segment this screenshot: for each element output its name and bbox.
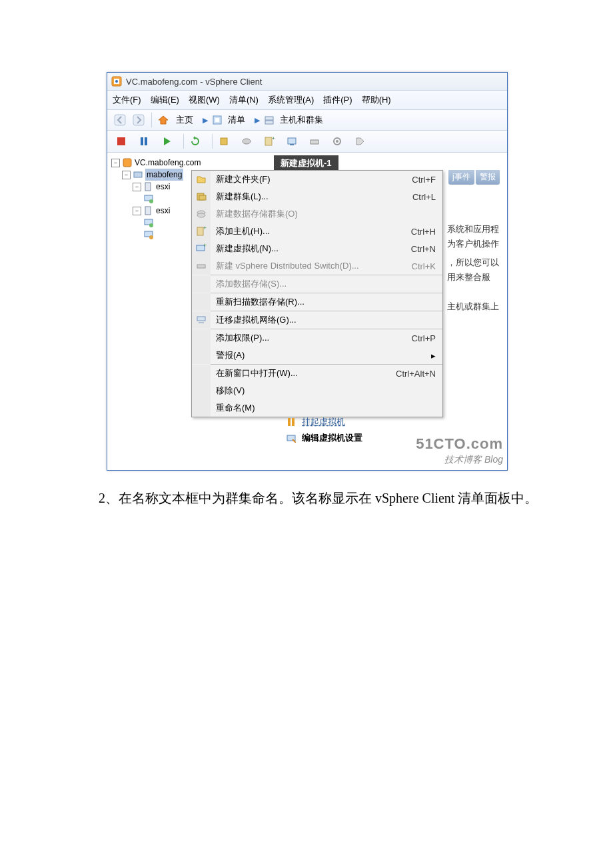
svg-rect-22: [134, 172, 142, 177]
collapse-icon[interactable]: −: [133, 183, 141, 191]
cluster-new-icon: [192, 188, 211, 205]
svg-rect-21: [123, 159, 131, 167]
menu-admin[interactable]: 系统管理(A): [268, 94, 314, 106]
caption-step-2: 2、在名称文本框中为群集命名。该名称显示在 vSphere Client 清单面…: [72, 488, 545, 508]
svg-point-30: [149, 235, 153, 239]
action-suspend-vm[interactable]: 挂起虚拟机: [285, 414, 362, 430]
cm-alarm[interactable]: 警报(A) ▸: [192, 347, 442, 364]
tree-host-2[interactable]: − esxi: [111, 205, 201, 217]
svg-text:+: +: [203, 226, 207, 231]
host-add-icon: +: [192, 223, 211, 240]
menu-view[interactable]: 视图(W): [189, 94, 220, 106]
folder-new-icon: [192, 171, 211, 188]
cm-new-datastore-cluster: 新建数据存储群集(O): [192, 205, 442, 223]
host-icon: [143, 181, 154, 192]
datastore-cluster-icon: [192, 205, 211, 223]
cm-rescan-datastore[interactable]: 重新扫描数据存储(R)...: [192, 293, 442, 311]
tab-vm-name[interactable]: 新建虚拟机-1: [274, 155, 338, 171]
cm-migrate-vmnet[interactable]: 迁移虚拟机网络(G)...: [192, 311, 442, 329]
tree-vm-3[interactable]: [111, 229, 201, 241]
cm-new-folder[interactable]: 新建文件夹(F) Ctrl+F: [192, 171, 442, 188]
svg-rect-9: [117, 137, 125, 145]
svg-rect-41: [288, 418, 291, 426]
refresh-icon[interactable]: [187, 133, 204, 149]
svg-text:+: +: [203, 243, 207, 249]
pause-icon[interactable]: [135, 133, 153, 149]
disk-icon[interactable]: [238, 133, 255, 149]
back-button[interactable]: [111, 112, 129, 128]
svg-rect-3: [115, 115, 125, 125]
menu-plugins[interactable]: 插件(P): [323, 94, 352, 106]
vm-add-icon[interactable]: [283, 133, 301, 149]
network-icon[interactable]: [306, 133, 323, 149]
menu-edit[interactable]: 编辑(E): [151, 94, 179, 106]
vm-icon: [143, 193, 154, 204]
svg-text:+: +: [272, 136, 275, 141]
tree-vm-2[interactable]: [111, 217, 201, 229]
cm-new-vm[interactable]: + 新建虚拟机(N)... Ctrl+N: [192, 240, 442, 257]
tab-events[interactable]: j事件: [448, 170, 474, 185]
vm-new-icon: +: [192, 240, 211, 257]
cm-remove[interactable]: 移除(V): [192, 382, 442, 399]
svg-rect-12: [221, 138, 227, 145]
tab-alarms[interactable]: 警报: [476, 170, 500, 185]
cm-open-new-window[interactable]: 在新窗口中打开(W)... Ctrl+Alt+N: [192, 365, 442, 382]
host-add-icon[interactable]: +: [261, 133, 278, 149]
gear-icon[interactable]: [328, 133, 346, 149]
cm-add-host[interactable]: + 添加主机(H)... Ctrl+H: [192, 223, 442, 240]
right-text-3: ，所以您可以: [447, 255, 507, 270]
vm-actions: 挂起虚拟机 编辑虚拟机设置: [285, 414, 362, 446]
vcenter-icon: [122, 157, 133, 168]
toolbar-breadcrumb: 主页 ▶ 清单 ▶ 主机和群集: [107, 110, 507, 131]
svg-rect-26: [145, 207, 151, 215]
svg-rect-17: [290, 144, 294, 145]
right-text-2: 为客户机操作: [447, 237, 507, 251]
cm-add-datastore: 添加数据存储(S)...: [192, 275, 442, 293]
svg-rect-32: [199, 195, 206, 200]
tree-root[interactable]: − VC.mabofeng.com: [111, 157, 201, 169]
svg-point-25: [149, 199, 153, 203]
collapse-icon[interactable]: −: [111, 159, 120, 167]
stop-icon[interactable]: [113, 133, 130, 149]
host-icon: [143, 205, 154, 216]
play-icon[interactable]: [158, 133, 175, 149]
toolbar-actions: +: [107, 131, 507, 153]
svg-rect-10: [141, 137, 143, 145]
svg-rect-42: [292, 418, 295, 426]
titlebar: VC.mabofeng.com - vSphere Client: [107, 73, 507, 91]
vm-icon: [143, 217, 154, 228]
pause-icon: [285, 417, 298, 427]
cm-new-dswitch: 新建 vSphere Distributed Switch(D)... Ctrl…: [192, 257, 442, 275]
svg-rect-35: [197, 227, 203, 235]
menu-file[interactable]: 文件(F): [113, 94, 141, 106]
tree-host-1[interactable]: − esxi: [111, 181, 201, 193]
menu-inventory[interactable]: 清单(N): [229, 94, 259, 106]
collapse-icon[interactable]: −: [122, 171, 131, 179]
tag-icon[interactable]: [351, 133, 368, 149]
menu-help[interactable]: 帮助(H): [362, 94, 391, 106]
svg-point-20: [336, 140, 338, 143]
home-button[interactable]: [155, 112, 172, 128]
action-edit-vm-settings[interactable]: 编辑虚拟机设置: [285, 430, 362, 446]
tree-datacenter[interactable]: − mabofeng: [111, 169, 201, 181]
cm-add-permission[interactable]: 添加权限(P)... Ctrl+P: [192, 329, 442, 347]
tree-datacenter-label: mabofeng: [145, 169, 183, 181]
svg-rect-16: [288, 138, 296, 144]
collapse-icon[interactable]: −: [133, 207, 141, 215]
svg-rect-14: [265, 137, 272, 145]
svg-rect-18: [310, 140, 318, 144]
tree-vm-1[interactable]: [111, 193, 201, 205]
forward-button[interactable]: [130, 112, 147, 128]
right-text-4: 用来整合服: [447, 270, 507, 285]
datacenter-icon: [133, 169, 143, 180]
crumb-hosts-clusters[interactable]: 主机和群集: [280, 114, 323, 126]
inventory-tree: − VC.mabofeng.com − mabofeng − esxi: [111, 157, 201, 241]
vsphere-client-window: VC.mabofeng.com - vSphere Client 文件(F) 编…: [107, 72, 508, 471]
crumb-home[interactable]: 主页: [176, 114, 193, 126]
vm-icon: [143, 229, 154, 240]
tree-host-1-label: esxi: [156, 181, 170, 193]
svg-point-13: [243, 139, 251, 144]
crumb-inventory[interactable]: 清单: [228, 114, 245, 126]
cluster-icon[interactable]: [215, 133, 233, 149]
cm-new-cluster[interactable]: 新建群集(L)... Ctrl+L: [192, 188, 442, 205]
